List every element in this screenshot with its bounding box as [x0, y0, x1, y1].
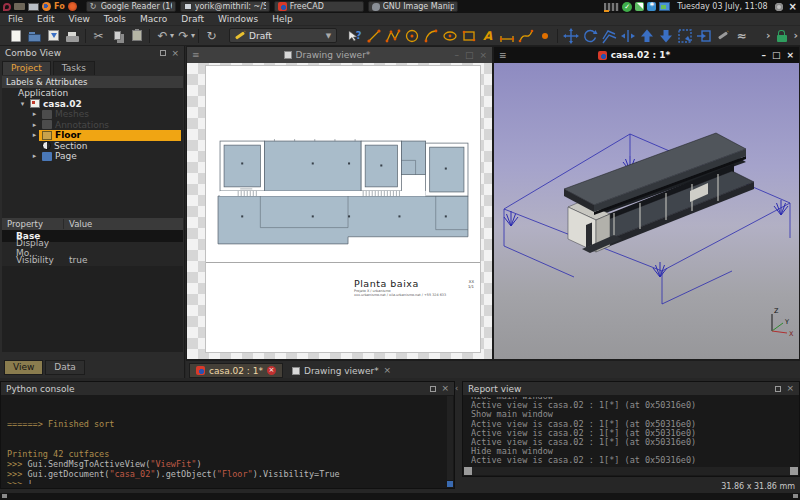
- drawing-viewer-titlebar[interactable]: ≡ Drawing viewer* – □ ×: [187, 47, 492, 63]
- draft-ellipse-icon[interactable]: [440, 27, 459, 45]
- menu-draft[interactable]: Draft: [181, 14, 204, 24]
- view3d-titlebar[interactable]: ≡ casa.02 : 1* – □ ×: [494, 47, 799, 63]
- float-panel-icon[interactable]: [430, 386, 436, 392]
- expand-arrow-icon[interactable]: ▸: [30, 131, 39, 139]
- session-close-icon[interactable]: ×: [789, 2, 797, 12]
- menu-file[interactable]: File: [8, 14, 23, 24]
- property-row[interactable]: Display Mo...: [2, 242, 183, 254]
- network-tray-icon[interactable]: *: [647, 2, 656, 11]
- toolbar-overflow2-icon[interactable]: ›: [793, 29, 798, 42]
- terminal-launcher-icon[interactable]: [28, 3, 39, 11]
- property-row[interactable]: Visibilitytrue: [2, 254, 183, 266]
- draft-offset-icon[interactable]: [599, 27, 618, 45]
- copy-icon[interactable]: [108, 27, 127, 45]
- report-view-output[interactable]: Hide main windowActive view is casa.02 :…: [471, 397, 785, 466]
- gimp-launcher-icon[interactable]: [68, 2, 77, 11]
- close-icon[interactable]: ×: [267, 366, 276, 375]
- maximize-icon[interactable]: □: [772, 50, 781, 60]
- minimize-icon[interactable]: –: [454, 50, 459, 60]
- display-tray-icon[interactable]: [659, 2, 670, 11]
- tab-data[interactable]: Data: [45, 360, 85, 375]
- menu-help[interactable]: Help: [272, 14, 293, 24]
- tab-view[interactable]: View: [4, 360, 43, 375]
- save-icon[interactable]: [44, 27, 63, 45]
- open-icon[interactable]: [25, 27, 44, 45]
- draft-line-icon[interactable]: [364, 27, 383, 45]
- close-icon[interactable]: ×: [479, 50, 487, 60]
- minimize-icon[interactable]: –: [761, 50, 766, 60]
- window-menu-icon[interactable]: ≡: [499, 50, 507, 60]
- draft-wire-icon[interactable]: [383, 27, 402, 45]
- console-scrollbar[interactable]: [447, 396, 453, 480]
- whats-this-icon[interactable]: ?: [345, 27, 364, 45]
- draft-edit-icon[interactable]: [694, 27, 713, 45]
- debian-menu-icon[interactable]: [3, 3, 11, 11]
- float-panel-icon[interactable]: [160, 50, 166, 56]
- redo-dropdown-icon[interactable]: ▾: [191, 29, 195, 43]
- draft-apply-style-icon[interactable]: [713, 27, 732, 45]
- dock-collapse-icon[interactable]: ‹: [455, 383, 462, 395]
- scroll-left-icon[interactable]: [464, 467, 472, 475]
- bottom-panel-handle-right[interactable]: [793, 494, 798, 498]
- tree-item-floor[interactable]: ▸Floor: [2, 130, 183, 141]
- expand-arrow-icon[interactable]: ▾: [18, 100, 27, 108]
- menu-windows[interactable]: Windows: [218, 14, 258, 24]
- tree-item-annotations[interactable]: ▸Annotations: [2, 120, 183, 131]
- notes-tray-icon[interactable]: [635, 2, 644, 11]
- maximize-icon[interactable]: □: [465, 50, 474, 60]
- mdi-tab-drawing-viewer-[interactable]: Drawing viewer*×: [285, 363, 399, 378]
- draft-circle-icon[interactable]: [402, 27, 421, 45]
- tree-item-page[interactable]: ▸Page: [2, 151, 183, 162]
- tab-tasks[interactable]: Tasks: [53, 61, 95, 75]
- draft-trim-icon[interactable]: [618, 27, 637, 45]
- scroll-right-icon[interactable]: [790, 467, 798, 475]
- console-scroll-thumb[interactable]: [447, 481, 453, 487]
- folder-launcher-icon[interactable]: [14, 3, 25, 10]
- taskbar-window-reader[interactable]: ↻Google Reader (167...: [86, 1, 176, 12]
- tree-item-meshes[interactable]: ▸Meshes: [2, 109, 183, 120]
- clock[interactable]: Tuesday 03 July, 11:08: [677, 2, 767, 11]
- workbench-selector[interactable]: Draft ▼: [229, 28, 337, 43]
- taskbar-window-gimp[interactable]: GNU Image Manipul...: [368, 1, 458, 12]
- window-menu-icon[interactable]: ≡: [192, 50, 200, 60]
- print-icon[interactable]: [63, 27, 82, 45]
- draft-arc-icon[interactable]: [421, 27, 440, 45]
- refresh-icon[interactable]: ↻: [202, 27, 221, 45]
- close-panel-icon[interactable]: ×: [441, 384, 449, 393]
- draft-move-icon[interactable]: [561, 27, 580, 45]
- taskbar-window-freecad[interactable]: FreeCAD: [274, 1, 364, 12]
- float-panel-icon[interactable]: [775, 386, 781, 392]
- draft-point-icon[interactable]: [535, 27, 554, 45]
- expand-arrow-icon[interactable]: ▸: [30, 152, 39, 160]
- cpu-graph-icon[interactable]: [604, 3, 619, 11]
- paste-icon[interactable]: [127, 27, 146, 45]
- close-panel-icon[interactable]: ×: [786, 384, 794, 393]
- draft-scale-icon[interactable]: [675, 27, 694, 45]
- view3d-viewport[interactable]: Z Y X: [494, 63, 799, 359]
- toolbar-overflow-icon[interactable]: ›: [766, 29, 771, 42]
- cut-icon[interactable]: ✂: [89, 27, 108, 45]
- mdi-tab-casa-02-1-[interactable]: casa.02 : 1*×: [189, 363, 283, 378]
- firefox-launcher-icon[interactable]: [42, 2, 51, 11]
- update-ok-icon[interactable]: ✓: [622, 2, 632, 12]
- lock-icon[interactable]: [772, 27, 791, 45]
- report-hscrollbar[interactable]: [464, 467, 798, 475]
- brightness-icon[interactable]: [775, 3, 783, 11]
- tree-item-application[interactable]: Application: [2, 88, 183, 99]
- draft-downgrade-icon[interactable]: [656, 27, 675, 45]
- draft-upgrade-icon[interactable]: [637, 27, 656, 45]
- tree-item-casa-02[interactable]: ▾casa.02: [2, 99, 183, 110]
- python-console-output[interactable]: ======> Finished sort Printing 42 cutfac…: [7, 399, 444, 484]
- menu-edit[interactable]: Edit: [37, 14, 54, 24]
- close-icon[interactable]: ×: [383, 366, 392, 375]
- tree-item-section[interactable]: Section: [2, 141, 183, 152]
- draft-dimension-icon[interactable]: [497, 27, 516, 45]
- draft-bspline-icon[interactable]: [516, 27, 535, 45]
- taskbar-window-terminal[interactable]: yorik@mithril: ~/So...: [180, 1, 270, 12]
- tab-project[interactable]: Project: [2, 61, 51, 75]
- menu-tools[interactable]: Tools: [104, 14, 126, 24]
- menu-view[interactable]: View: [69, 14, 90, 24]
- freecad-launcher-icon[interactable]: Fo: [54, 2, 65, 11]
- drawing-canvas[interactable]: Planta baixa Projeto X / urbanismo xxx.u…: [187, 63, 492, 359]
- bottom-panel-handle-left[interactable]: [2, 494, 7, 498]
